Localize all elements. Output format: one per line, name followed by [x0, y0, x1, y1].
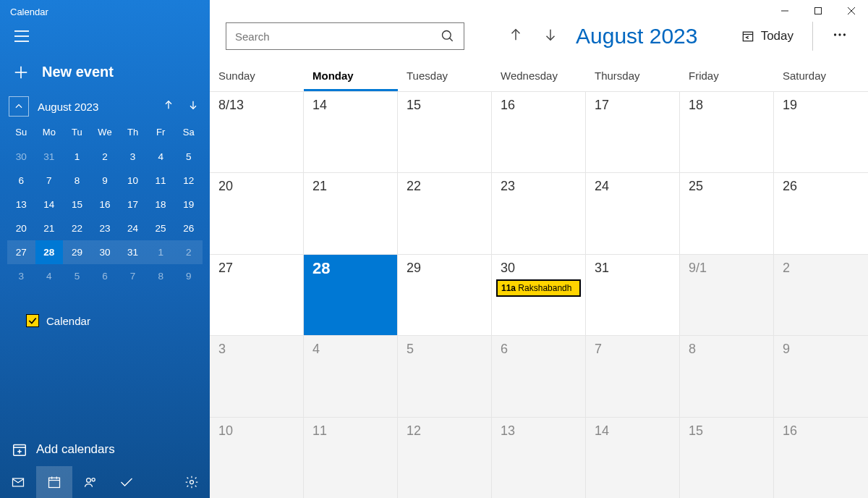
calendar-event[interactable]: 11a Rakshabandh — [496, 279, 581, 297]
day-header[interactable]: Wednesday — [492, 62, 586, 91]
day-cell[interactable]: 19 — [774, 91, 868, 172]
day-cell[interactable]: 22 — [398, 172, 492, 253]
day-cell[interactable]: 21 — [304, 172, 398, 253]
mini-day-cell[interactable]: 28 — [35, 240, 64, 264]
minimize-button[interactable] — [768, 0, 801, 22]
next-month-button[interactable] — [540, 27, 561, 46]
day-cell[interactable]: 24 — [586, 172, 680, 253]
mail-nav-button[interactable] — [0, 466, 36, 498]
mini-day-cell[interactable]: 9 — [174, 264, 203, 288]
maximize-button[interactable] — [801, 0, 835, 22]
mini-day-cell[interactable]: 31 — [35, 145, 64, 169]
day-cell[interactable]: 16 — [774, 417, 868, 498]
mini-day-cell[interactable]: 6 — [7, 169, 35, 193]
mini-day-cell[interactable]: 4 — [147, 145, 175, 169]
mini-month-label[interactable]: August 2023 — [38, 101, 98, 113]
day-cell[interactable]: 15 — [398, 91, 492, 172]
mini-day-cell[interactable]: 15 — [63, 193, 91, 216]
day-cell[interactable]: 26 — [774, 172, 868, 253]
day-cell[interactable]: 15 — [680, 417, 774, 498]
people-nav-button[interactable] — [72, 466, 109, 498]
mini-day-cell[interactable]: 10 — [119, 169, 147, 193]
day-header[interactable]: Sunday — [210, 62, 304, 91]
day-cell[interactable]: 8 — [680, 335, 774, 416]
mini-day-cell[interactable]: 16 — [91, 193, 119, 216]
day-cell[interactable]: 9 — [774, 335, 868, 416]
mini-day-cell[interactable]: 24 — [119, 216, 147, 240]
day-cell[interactable]: 18 — [680, 91, 774, 172]
settings-nav-button[interactable] — [174, 466, 210, 498]
mini-day-cell[interactable]: 7 — [35, 169, 64, 193]
day-cell[interactable]: 25 — [680, 172, 774, 253]
day-header[interactable]: Tuesday — [398, 62, 492, 91]
mini-day-cell[interactable]: 7 — [119, 264, 147, 288]
day-cell[interactable]: 6 — [492, 335, 586, 416]
mini-day-cell[interactable]: 2 — [174, 240, 203, 264]
hamburger-button[interactable] — [0, 17, 210, 55]
mini-day-cell[interactable]: 8 — [63, 169, 91, 193]
mini-day-cell[interactable]: 29 — [63, 240, 91, 264]
mini-day-cell[interactable]: 1 — [63, 145, 91, 169]
day-cell[interactable]: 14 — [586, 417, 680, 498]
search-box[interactable] — [226, 22, 464, 50]
day-cell[interactable]: 28 — [304, 254, 398, 335]
mini-next-button[interactable] — [184, 99, 203, 114]
add-calendars-button[interactable]: Add calendars — [0, 442, 115, 457]
day-header[interactable]: Monday — [304, 62, 398, 91]
calendar-nav-button[interactable] — [36, 466, 72, 498]
day-cell[interactable]: 13 — [492, 417, 586, 498]
day-cell[interactable]: 31 — [586, 254, 680, 335]
day-cell[interactable]: 5 — [398, 335, 492, 416]
day-cell[interactable]: 11 — [304, 417, 398, 498]
day-cell[interactable]: 10 — [210, 417, 304, 498]
day-cell[interactable]: 17 — [586, 91, 680, 172]
mini-day-cell[interactable]: 31 — [119, 240, 147, 264]
mini-day-cell[interactable]: 26 — [174, 216, 203, 240]
todo-nav-button[interactable] — [109, 466, 145, 498]
day-cell[interactable]: 8/13 — [210, 91, 304, 172]
mini-collapse-button[interactable] — [9, 96, 29, 117]
mini-day-cell[interactable]: 5 — [174, 145, 203, 169]
mini-day-cell[interactable]: 18 — [147, 193, 175, 216]
mini-calendar[interactable]: SuMoTuWeThFrSa30311234567891011121314151… — [0, 122, 210, 288]
day-cell[interactable]: 3011a Rakshabandh — [492, 254, 586, 335]
day-cell[interactable]: 4 — [304, 335, 398, 416]
mini-day-cell[interactable]: 8 — [147, 264, 175, 288]
day-cell[interactable]: 3 — [210, 335, 304, 416]
day-cell[interactable]: 23 — [492, 172, 586, 253]
today-button[interactable]: Today — [741, 29, 799, 43]
day-cell[interactable]: 16 — [492, 91, 586, 172]
close-button[interactable] — [835, 0, 868, 22]
month-title[interactable]: August 2023 — [576, 24, 697, 48]
mini-day-cell[interactable]: 30 — [91, 240, 119, 264]
day-header[interactable]: Friday — [680, 62, 774, 91]
search-input[interactable] — [235, 30, 441, 43]
day-cell[interactable]: 7 — [586, 335, 680, 416]
mini-day-cell[interactable]: 11 — [147, 169, 175, 193]
mini-day-cell[interactable]: 12 — [174, 169, 203, 193]
month-grid[interactable]: 8/13141516171819202122232425262728293011… — [210, 91, 868, 498]
day-cell[interactable]: 20 — [210, 172, 304, 253]
day-header[interactable]: Thursday — [586, 62, 680, 91]
prev-month-button[interactable] — [505, 27, 527, 46]
day-cell[interactable]: 27 — [210, 254, 304, 335]
calendar-toggle[interactable]: Calendar — [0, 301, 210, 327]
day-cell[interactable]: 2 — [774, 254, 868, 335]
mini-day-cell[interactable]: 5 — [63, 264, 91, 288]
mini-day-cell[interactable]: 19 — [174, 193, 203, 216]
day-cell[interactable]: 12 — [398, 417, 492, 498]
mini-day-cell[interactable]: 17 — [119, 193, 147, 216]
mini-day-cell[interactable]: 13 — [7, 193, 35, 216]
mini-day-cell[interactable]: 21 — [35, 216, 64, 240]
mini-day-cell[interactable]: 27 — [7, 240, 35, 264]
new-event-button[interactable]: New event — [0, 55, 210, 93]
mini-day-cell[interactable]: 14 — [35, 193, 64, 216]
mini-day-cell[interactable]: 4 — [35, 264, 64, 288]
mini-day-cell[interactable]: 25 — [147, 216, 175, 240]
more-button[interactable] — [826, 27, 854, 46]
mini-day-cell[interactable]: 23 — [91, 216, 119, 240]
mini-day-cell[interactable]: 6 — [91, 264, 119, 288]
day-cell[interactable]: 29 — [398, 254, 492, 335]
day-header[interactable]: Saturday — [774, 62, 868, 91]
mini-day-cell[interactable]: 3 — [7, 264, 35, 288]
